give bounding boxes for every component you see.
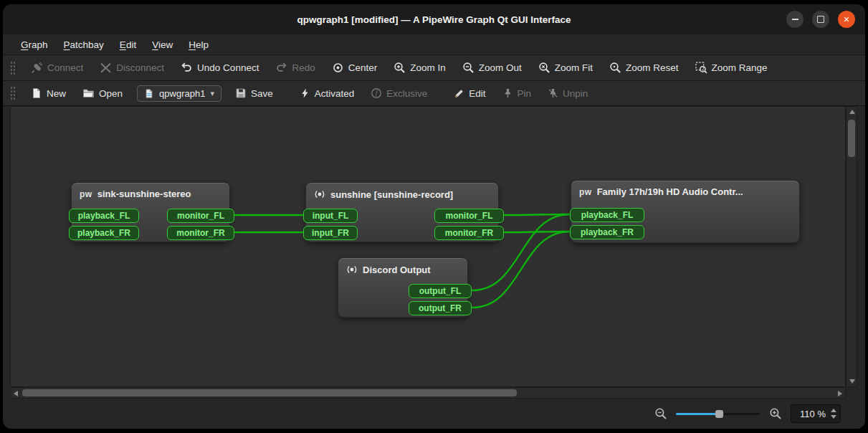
zoom-range-label: Zoom Range [712, 62, 768, 73]
spin-down-arrow[interactable] [831, 415, 836, 419]
port-playback-fl[interactable]: playback_FL [69, 209, 139, 223]
close-button[interactable]: × [838, 11, 855, 28]
port-monitor-fr[interactable]: monitor_FR [434, 226, 504, 240]
zoom-slider-fill [676, 413, 716, 415]
redo-button: Redo [269, 59, 321, 77]
node-sink-sunshine-stereo[interactable]: pw sink-sunshine-stereo playback_FL play… [71, 182, 230, 242]
node-title: Family 17h/19h HD Audio Contr... [597, 186, 743, 197]
port-monitor-fl[interactable]: monitor_FL [167, 209, 234, 223]
port-input-fl[interactable]: input_FL [303, 209, 358, 223]
menu-view[interactable]: View [144, 37, 181, 52]
save-button[interactable]: Save [229, 85, 280, 102]
horizontal-scrollbar-thumb[interactable] [22, 389, 517, 396]
zoom-slider-handle[interactable] [715, 410, 723, 418]
zoom-fit-icon [538, 62, 550, 74]
node-sunshine[interactable]: sunshine [sunshine-record] input_FL inpu… [305, 182, 499, 242]
zoom-out-icon[interactable] [654, 407, 667, 420]
redo-icon [275, 62, 287, 74]
undo-connect-button[interactable]: Undo Connect [174, 59, 265, 77]
minimize-icon [792, 19, 798, 20]
zoom-slider-track [724, 413, 760, 415]
zoom-range-button[interactable]: Zoom Range [689, 59, 774, 77]
unpin-icon [548, 87, 558, 99]
app-window: qpwgraph1 [modified] — A PipeWire Graph … [3, 4, 865, 429]
connect-button: Connect [24, 59, 90, 77]
window-controls: × [786, 11, 855, 28]
toolbar-file: New Open qpwgraph1 ▾ Save Activated f Ex… [3, 81, 865, 106]
disconnect-label: Disconnect [116, 62, 164, 73]
menu-edit-rest: dit [126, 39, 136, 50]
node-discord-output[interactable]: Discord Output output_FL output_FR [338, 257, 468, 318]
zoom-reset-button[interactable]: Zoom Reset [603, 59, 685, 77]
port-output-fr[interactable]: output_FR [409, 301, 472, 315]
node-family-hd-audio[interactable]: pw Family 17h/19h HD Audio Contr... play… [571, 180, 800, 243]
cable-discord-to-family-fr[interactable] [472, 232, 569, 308]
scroll-up-arrow[interactable] [849, 110, 855, 114]
toolbar-drag-handle[interactable] [10, 86, 16, 100]
chevron-down-icon: ▾ [210, 89, 214, 98]
new-button[interactable]: New [24, 85, 72, 102]
zoom-slider[interactable] [676, 408, 760, 420]
port-playback-fr[interactable]: playback_FR [69, 226, 139, 240]
zoom-value-input[interactable] [791, 405, 840, 422]
maximize-icon [817, 16, 824, 23]
menu-patchbay[interactable]: Patchbay [56, 37, 112, 52]
activated-button[interactable]: Activated [293, 85, 361, 102]
scroll-left-arrow[interactable] [14, 391, 18, 396]
undo-connect-label: Undo Connect [197, 62, 259, 73]
session-combo[interactable]: qpwgraph1 ▾ [137, 85, 221, 102]
menu-help[interactable]: Help [181, 37, 216, 52]
pin-icon [502, 87, 513, 99]
zoom-in-icon[interactable] [769, 407, 782, 420]
pencil-icon [454, 88, 464, 99]
connect-icon [31, 62, 43, 74]
zoom-fit-label: Zoom Fit [555, 62, 593, 73]
disconnect-icon [100, 62, 112, 74]
port-monitor-fl[interactable]: monitor_FL [434, 209, 504, 223]
graph-canvas[interactable]: pw sink-sunshine-stereo playback_FL play… [10, 106, 846, 387]
zoom-in-button[interactable]: Zoom In [387, 59, 452, 77]
pipewire-icon: pw [579, 187, 592, 197]
lightning-bolt-icon [300, 87, 310, 99]
window-title: qpwgraph1 [modified] — A PipeWire Graph … [297, 14, 571, 25]
activated-label: Activated [315, 88, 355, 99]
zoom-fit-button[interactable]: Zoom Fit [532, 59, 599, 77]
center-button[interactable]: Center [325, 59, 384, 77]
vertical-scrollbar[interactable] [846, 106, 857, 387]
new-label: New [47, 88, 66, 99]
menu-patchbay-rest: atchbay [70, 39, 104, 50]
port-input-fr[interactable]: input_FR [303, 226, 358, 240]
menu-graph[interactable]: Graph [13, 37, 56, 52]
new-file-icon [31, 87, 42, 99]
disconnect-button: Disconnect [93, 59, 171, 77]
edit-button[interactable]: Edit [447, 85, 492, 102]
statusbar [3, 399, 865, 429]
zoom-out-button[interactable]: Zoom Out [456, 59, 528, 77]
port-output-fl[interactable]: output_FL [409, 284, 472, 298]
maximize-button[interactable] [812, 11, 829, 28]
port-playback-fr[interactable]: playback_FR [570, 225, 644, 239]
record-icon [346, 264, 358, 275]
minimize-button[interactable] [786, 11, 803, 28]
node-header: pw sink-sunshine-stereo [72, 183, 229, 199]
zoom-out-label: Zoom Out [479, 62, 522, 73]
port-monitor-fr[interactable]: monitor_FR [167, 226, 234, 240]
session-combo-value: qpwgraph1 [159, 88, 205, 99]
vertical-scrollbar-thumb[interactable] [848, 120, 855, 157]
connection-cables [11, 107, 845, 386]
horizontal-scrollbar[interactable] [10, 387, 846, 399]
menu-edit[interactable]: Edit [112, 37, 144, 52]
scroll-right-arrow[interactable] [838, 391, 842, 396]
scroll-down-arrow[interactable] [849, 379, 855, 384]
close-icon: × [844, 14, 849, 25]
titlebar[interactable]: qpwgraph1 [modified] — A PipeWire Graph … [3, 4, 865, 34]
spin-up-arrow[interactable] [831, 409, 836, 412]
edit-label: Edit [469, 88, 485, 99]
toolbar-drag-handle[interactable] [10, 61, 16, 75]
pin-button: Pin [496, 85, 538, 102]
port-playback-fl[interactable]: playback_FL [570, 208, 644, 222]
record-icon [314, 189, 325, 200]
zoom-reset-label: Zoom Reset [626, 62, 679, 73]
zoom-reset-icon [609, 62, 621, 74]
open-button[interactable]: Open [76, 85, 129, 102]
